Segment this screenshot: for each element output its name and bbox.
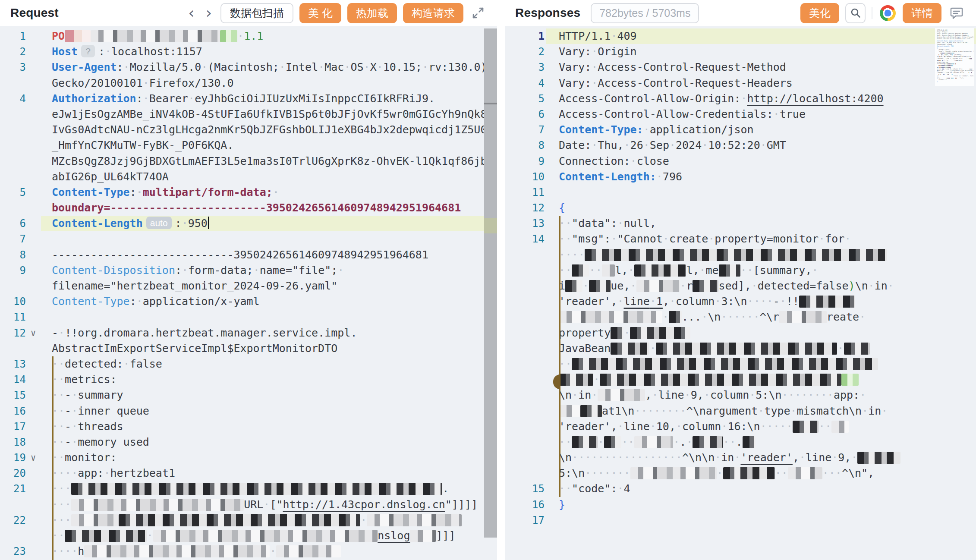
code-row: filename="hertzbeat_monitor_2024-09-26.y… — [0, 278, 497, 294]
code-row: 9Connection:·close — [505, 154, 976, 169]
code-row: ·...·\n······^\rreate· — [505, 309, 976, 325]
code-row: 6Access-Control-Allow-Credentials:·true — [505, 107, 976, 122]
code-row: 'reader',·line·10,·column·16:\n······· — [505, 419, 976, 434]
next-request-button[interactable]: › — [203, 5, 214, 21]
search-button[interactable] — [845, 3, 866, 23]
code-row: 14··"msg":·"Cannot·create·property=monit… — [505, 231, 976, 247]
code-row: 7 — [0, 231, 497, 247]
code-row: 17··-·threads — [0, 419, 497, 434]
code-row: 9Content-Disposition:·form-data;·name="f… — [0, 263, 497, 278]
hot-reload-button[interactable]: 热加载 — [347, 3, 397, 23]
beautify-request-button[interactable]: 美 化 — [299, 3, 341, 23]
request-panel: Request ‹ › 数据包扫描 美 化 热加载 构造请求 1PO·1.12H… — [0, 0, 497, 560]
request-code: 1PO·1.12Host?:·localhost:11573User-Agent… — [0, 26, 497, 560]
code-row: 17 — [505, 513, 976, 528]
open-in-chrome-button[interactable] — [878, 4, 897, 22]
prev-request-button[interactable]: ‹ — [186, 5, 197, 21]
packet-tool-window: Request ‹ › 数据包扫描 美 化 热加载 构造请求 1PO·1.12H… — [0, 0, 976, 560]
code-row: \n·················^\n\n·in·'reader',·li… — [505, 450, 976, 466]
code-row: 5Content-Type:·multipart/form-data;· — [0, 185, 497, 200]
code-row: 1HTTP/1.1·409 — [505, 28, 976, 44]
code-row: \n·in·,·line·9,·column·5:\n········app:· — [505, 387, 976, 403]
code-row: i·ue,··rsed],·detected=false)\n·in· — [505, 278, 976, 294]
code-row: at1\n········^\nargument·type·mismatch\n… — [505, 403, 976, 419]
code-row: 23····h· — [0, 544, 497, 559]
code-row: 4Vary:·Access-Control-Request-Headers — [505, 76, 976, 91]
code-row: 15··-·summary — [0, 387, 497, 403]
code-row: 20····app:·hertzbeat1 — [0, 466, 497, 481]
request-scrollbar[interactable] — [484, 28, 497, 538]
minimap[interactable]: HTTP/1.1 409Vary: OriginVary: Access-Con… — [935, 28, 974, 86]
chrome-icon — [880, 5, 896, 21]
code-row: 10Content-Type:·application/x-yaml — [0, 294, 497, 309]
code-row: abIG26p_UL64kT74OA — [0, 169, 497, 185]
detail-button[interactable]: 详情 — [903, 3, 941, 23]
code-row: _HmfYnC7KMuTW-FyBK-_P0F6KQA. — [0, 138, 497, 153]
code-row: 19∨··monitor: — [0, 450, 497, 466]
code-row: 3Vary:·Access-Control-Request-Method — [505, 60, 976, 75]
code-row: ·· — [505, 356, 976, 372]
panel-divider[interactable] — [497, 0, 505, 560]
code-row: 5:\n·············^\n", — [505, 466, 976, 481]
code-row: Gecko/20100101·Firefox/130.0 — [0, 76, 497, 91]
code-row: ···nslog]]] — [0, 528, 497, 544]
code-row: 10Content-Length:·796 — [505, 169, 976, 185]
code-row: 11 — [505, 185, 976, 200]
indent-guide — [52, 356, 54, 560]
code-row: ······.···. — [505, 434, 976, 450]
code-row: 21···. — [0, 481, 497, 497]
response-editor[interactable]: 1HTTP/1.1·4092Vary:·Origin3Vary:·Access-… — [505, 26, 976, 560]
code-row: eJw1jEsOgzAMBe_iNV4kOB-4StUFIa6UfkIVB1Sp… — [0, 107, 497, 122]
code-row: 12∨-·!!org.dromara.hertzbeat.manager.ser… — [0, 325, 497, 341]
size-time-badge: 782bytes / 5703ms — [591, 3, 699, 23]
code-row: 12{ — [505, 200, 976, 216]
code-row: 22···· — [0, 513, 497, 528]
code-row: 15··"code":·4 — [505, 481, 976, 497]
request-editor[interactable]: 1PO·1.12Host?:·localhost:11573User-Agent… — [0, 26, 497, 560]
code-row: IvGs0AdtcNAU-nCz3lgLHcga2nmKr5QbJZFGshbO… — [0, 122, 497, 138]
response-header: Responses 782bytes / 5703ms 美化 详情 — [505, 0, 976, 26]
code-row: 4Authorization:·Bearer·eyJhbGciOiJIUzUxM… — [0, 91, 497, 107]
code-row: 3User-Agent:·Mozilla/5.0·(Macintosh;·Int… — [0, 60, 497, 75]
code-row: 'reader',·line·1,·column·3:\n····-·!! — [505, 294, 976, 309]
code-row: JavaBean·· — [505, 341, 976, 356]
packet-scan-button[interactable]: 数据包扫描 — [220, 3, 293, 23]
beautify-response-button[interactable]: 美化 — [800, 3, 839, 23]
code-row: · — [505, 372, 976, 387]
code-row: ···· — [505, 247, 976, 263]
code-row: 14··metrics: — [0, 372, 497, 387]
construct-request-button[interactable]: 构造请求 — [403, 3, 463, 23]
divider — [872, 7, 872, 19]
code-row: ····l,·l,·me··[summary,· — [505, 263, 976, 278]
code-row: ···URL·["http://1.43cpor.dnslog.cn"]]]] — [0, 497, 497, 513]
comment-icon — [949, 6, 964, 20]
indent-guide — [559, 216, 560, 497]
code-row: 18··-·memory_used — [0, 434, 497, 450]
comment-button[interactable] — [948, 4, 966, 22]
code-row: 16} — [505, 497, 976, 513]
code-row: 13··detected:·false — [0, 356, 497, 372]
scrollbar-mark — [484, 103, 497, 104]
request-header: Request ‹ › 数据包扫描 美 化 热加载 构造请求 — [0, 0, 497, 26]
code-row: 8----------------------------39502426561… — [0, 247, 497, 263]
code-row: 5Access-Control-Allow-Origin:·http://loc… — [505, 91, 976, 107]
code-row: MZcBsQgZ8Jzj9GjBDXGtLmAEFI3L5e1ma3sI0Trl… — [0, 154, 497, 169]
code-row: 7Content-Type:·application/json — [505, 122, 976, 138]
code-row: 11 — [0, 309, 497, 325]
expand-icon[interactable] — [469, 4, 487, 22]
code-row: 2Host?:·localhost:1157 — [0, 44, 497, 60]
response-title: Responses — [515, 6, 580, 20]
code-row: property· — [505, 325, 976, 341]
response-code: 1HTTP/1.1·4092Vary:·Origin3Vary:·Access-… — [505, 26, 976, 528]
code-row: AbstractImExportServiceImpl$ExportMonito… — [0, 341, 497, 356]
search-icon — [850, 7, 861, 19]
request-title: Request — [10, 6, 59, 20]
response-panel: Responses 782bytes / 5703ms 美化 详情 — [505, 0, 976, 560]
code-row: 13··"data":·null, — [505, 216, 976, 231]
code-row: boundary=------------------------3950242… — [0, 200, 497, 216]
code-row: 2Vary:·Origin — [505, 44, 976, 60]
code-row: 6Content-Lengthauto:·950 — [0, 216, 497, 231]
scrollbar-highlight-mark — [484, 218, 497, 233]
code-row: 1PO·1.1 — [0, 28, 497, 44]
code-row: 8Date:·Thu,·26·Sep·2024·10:52:20·GMT — [505, 138, 976, 153]
